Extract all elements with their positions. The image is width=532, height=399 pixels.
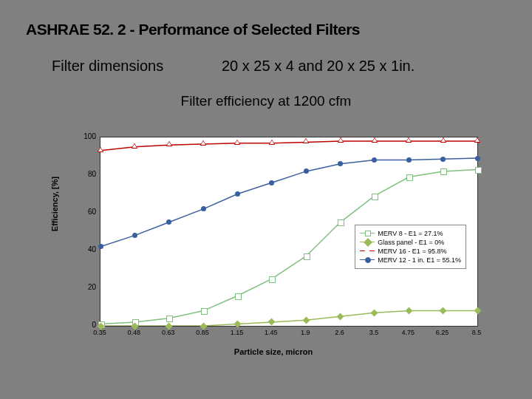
data-marker bbox=[474, 137, 480, 143]
data-marker bbox=[440, 168, 447, 175]
filter-dims-label: Filter dimensions bbox=[52, 58, 163, 74]
legend-label: Glass panel - E1 = 0% bbox=[378, 239, 444, 246]
x-tick: 0.35 bbox=[89, 329, 111, 336]
data-marker bbox=[98, 244, 103, 249]
legend-label: MERV 8 - E1 = 27.1% bbox=[378, 230, 443, 237]
data-marker bbox=[372, 194, 378, 200]
data-marker bbox=[269, 180, 274, 185]
data-marker bbox=[269, 140, 275, 145]
series-line bbox=[100, 311, 477, 326]
page-title: ASHRAE 52. 2 - Performance of Selected F… bbox=[26, 21, 360, 38]
slide: ASHRAE 52. 2 - Performance of Selected F… bbox=[0, 0, 532, 399]
data-marker bbox=[201, 206, 206, 211]
y-tick: 60 bbox=[81, 208, 96, 216]
series-line bbox=[100, 141, 477, 151]
data-marker bbox=[234, 140, 240, 145]
data-marker bbox=[338, 137, 344, 143]
legend-item: MERV 8 - E1 = 27.1% bbox=[360, 230, 461, 237]
data-marker bbox=[440, 157, 446, 162]
chart-title: Filter efficiency at 1200 cfm bbox=[0, 93, 532, 109]
y-tick: 0 bbox=[81, 321, 96, 329]
x-tick: 1.15 bbox=[225, 329, 248, 336]
filter-dims-value: 20 x 25 x 4 and 20 x 25 x 1in. bbox=[222, 58, 415, 75]
y-tick: 20 bbox=[81, 283, 96, 291]
legend-label: MERV 16 - E1 = 95.8% bbox=[378, 248, 446, 255]
x-tick: 3.5 bbox=[363, 329, 385, 336]
data-marker bbox=[440, 137, 446, 143]
legend: MERV 8 - E1 = 27.1%Glass panel - E1 = 0%… bbox=[355, 225, 466, 269]
data-marker bbox=[475, 156, 480, 161]
data-marker bbox=[372, 137, 378, 143]
x-tick: 0.85 bbox=[191, 329, 214, 336]
legend-item: Glass panel - E1 = 0% bbox=[360, 239, 461, 246]
filter-dimensions-row: Filter dimensions 20 x 25 x 4 and 20 x 2… bbox=[52, 58, 163, 75]
x-tick: 4.75 bbox=[397, 329, 419, 336]
data-marker bbox=[166, 141, 172, 146]
data-marker bbox=[406, 137, 412, 143]
chart: Efficiency, [%] 020406080100 MERV 8 - E1… bbox=[63, 126, 484, 347]
x-axis-label: Particle size, micron bbox=[63, 347, 484, 356]
data-marker bbox=[235, 191, 240, 197]
y-tick: 80 bbox=[81, 170, 96, 178]
data-marker bbox=[303, 138, 309, 143]
data-marker bbox=[304, 253, 310, 260]
x-tick: 2.6 bbox=[329, 329, 351, 336]
x-tick: 1.9 bbox=[294, 329, 316, 336]
y-tick: 40 bbox=[81, 245, 96, 253]
legend-item: MERV 16 - E1 = 95.8% bbox=[360, 248, 461, 255]
x-tick: 0.48 bbox=[123, 329, 145, 336]
data-marker bbox=[406, 174, 413, 181]
data-marker bbox=[406, 157, 412, 163]
plot-area: MERV 8 - E1 = 27.1%Glass panel - E1 = 0%… bbox=[100, 137, 478, 327]
data-marker bbox=[269, 276, 276, 283]
x-tick: 0.63 bbox=[157, 329, 180, 336]
data-marker bbox=[166, 316, 173, 322]
data-marker bbox=[200, 140, 206, 146]
data-marker bbox=[338, 219, 344, 226]
data-marker bbox=[235, 293, 242, 300]
y-tick: 100 bbox=[81, 132, 96, 140]
x-tick: 8.5 bbox=[466, 329, 488, 336]
y-axis-label: Efficiency, [%] bbox=[50, 177, 59, 231]
legend-item: MERV 12 - 1 in. E1 = 55.1% bbox=[360, 256, 461, 264]
data-marker bbox=[201, 308, 208, 315]
x-tick: 1.45 bbox=[260, 329, 282, 336]
data-marker bbox=[98, 147, 103, 152]
data-marker bbox=[132, 143, 137, 149]
data-marker bbox=[475, 167, 482, 174]
data-marker bbox=[132, 233, 137, 238]
x-tick: 6.25 bbox=[432, 329, 454, 336]
legend-label: MERV 12 - 1 in. E1 = 55.1% bbox=[378, 256, 461, 264]
